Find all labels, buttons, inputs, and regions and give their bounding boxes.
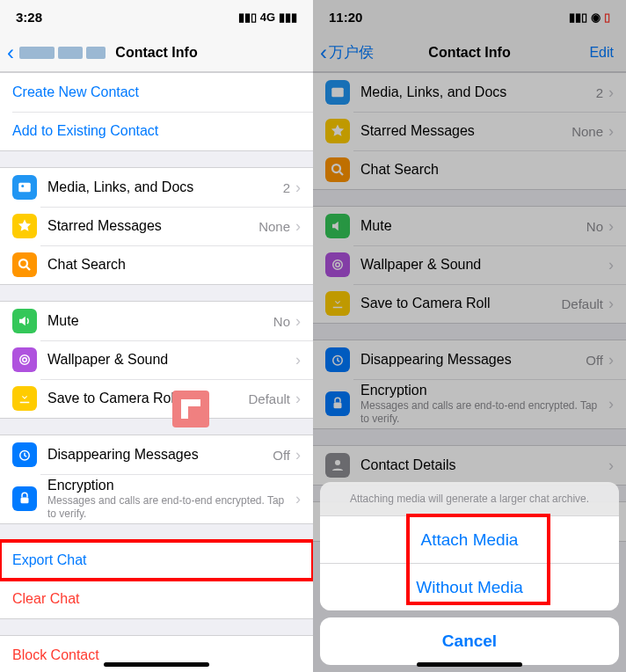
group-chat-actions: Export Chat Clear Chat bbox=[0, 540, 313, 619]
cancel-button[interactable]: Cancel bbox=[320, 617, 619, 665]
group-security: Disappearing Messages Off › EncryptionMe… bbox=[0, 435, 313, 524]
photos-icon bbox=[12, 175, 37, 200]
label: Wallpaper & Sound bbox=[360, 257, 608, 273]
chevron-right-icon: › bbox=[295, 390, 301, 408]
chevron-left-icon: ‹ bbox=[320, 40, 327, 65]
group-actions: Create New Contact Add to Existing Conta… bbox=[0, 72, 313, 151]
svg-point-4 bbox=[23, 358, 27, 362]
label: Mute bbox=[47, 313, 273, 329]
content-scroll: Create New Contact Add to Existing Conta… bbox=[0, 72, 313, 672]
lock-icon bbox=[325, 391, 350, 416]
label: Starred Messages bbox=[360, 123, 571, 139]
subtitle: Messages and calls are end-to-end encryp… bbox=[47, 494, 295, 520]
edit-button[interactable]: Edit bbox=[589, 45, 614, 61]
media-links-docs-row[interactable]: Media, Links, and Docs 2 › bbox=[313, 73, 626, 112]
create-contact-row[interactable]: Create New Contact bbox=[0, 73, 313, 112]
value: 2 bbox=[596, 85, 603, 100]
mute-row[interactable]: Mute No › bbox=[0, 302, 313, 340]
clear-chat-row[interactable]: Clear Chat bbox=[0, 580, 313, 618]
chevron-right-icon: › bbox=[295, 490, 301, 508]
subtitle: Messages and calls are end-to-end encryp… bbox=[360, 399, 608, 425]
disappearing-messages-row[interactable]: Disappearing Messages Off › bbox=[0, 435, 313, 474]
chevron-right-icon: › bbox=[295, 217, 301, 236]
disappearing-messages-row[interactable]: Disappearing Messages Off › bbox=[313, 340, 626, 379]
status-bar: 11:20 ▮▮▯ ◉ ▯ bbox=[313, 0, 626, 33]
search-icon bbox=[325, 157, 350, 182]
svg-line-3 bbox=[26, 267, 30, 270]
svg-line-10 bbox=[339, 172, 343, 175]
group-settings: Mute No › Wallpaper & Sound › Save to Ca… bbox=[0, 301, 313, 419]
group-contact: Contact Details › bbox=[313, 445, 626, 486]
phone-right: 11:20 ▮▮▯ ◉ ▯ ‹ 万户侯 Contact Info Edit Me… bbox=[313, 0, 626, 672]
chevron-right-icon: › bbox=[295, 351, 301, 369]
chevron-right-icon: › bbox=[295, 179, 301, 197]
network-label: 4G bbox=[260, 11, 275, 24]
save-camera-roll-row[interactable]: Save to Camera Roll Default › bbox=[0, 379, 313, 418]
wallpaper-icon bbox=[12, 347, 37, 372]
chat-search-row[interactable]: Chat Search bbox=[313, 150, 626, 189]
label: Export Chat bbox=[12, 552, 301, 568]
status-time: 11:20 bbox=[329, 10, 362, 25]
label: Clear Chat bbox=[12, 591, 301, 607]
export-chat-row[interactable]: Export Chat bbox=[0, 541, 313, 580]
chat-search-row[interactable]: Chat Search bbox=[0, 245, 313, 284]
label: Wallpaper & Sound bbox=[47, 352, 295, 368]
svg-point-1 bbox=[21, 185, 24, 187]
speaker-icon bbox=[12, 309, 37, 333]
contact-details-row[interactable]: Contact Details › bbox=[313, 446, 626, 485]
star-icon bbox=[325, 119, 350, 143]
value: None bbox=[258, 219, 290, 234]
redacted-name bbox=[19, 47, 106, 59]
back-button[interactable]: ‹ bbox=[0, 40, 106, 65]
signal-icon: ▮▮▯ bbox=[238, 11, 257, 24]
back-label: 万户侯 bbox=[329, 42, 374, 62]
label: EncryptionMessages and calls are end-to-… bbox=[47, 478, 295, 520]
svg-point-15 bbox=[335, 460, 340, 465]
title: Encryption bbox=[47, 478, 114, 493]
nav-bar: ‹ Contact Info bbox=[0, 33, 313, 72]
svg-point-9 bbox=[332, 164, 340, 172]
mute-row[interactable]: Mute No › bbox=[313, 207, 626, 245]
label: Starred Messages bbox=[47, 218, 258, 234]
battery-icon: ▯ bbox=[604, 11, 610, 24]
value: Off bbox=[273, 448, 290, 463]
status-time: 3:28 bbox=[16, 10, 42, 25]
value: 2 bbox=[283, 180, 290, 195]
svg-rect-7 bbox=[21, 498, 29, 504]
label: EncryptionMessages and calls are end-to-… bbox=[360, 383, 608, 425]
save-camera-roll-row[interactable]: Save to Camera Roll Default › bbox=[313, 284, 626, 323]
label: Media, Links, and Docs bbox=[47, 179, 283, 195]
starred-messages-row[interactable]: Starred Messages None › bbox=[0, 207, 313, 245]
sheet-body: Attaching media will generate a larger c… bbox=[320, 482, 619, 610]
back-button[interactable]: ‹ 万户侯 bbox=[313, 40, 374, 65]
chevron-right-icon: › bbox=[295, 446, 301, 464]
group-security: Disappearing Messages Off › EncryptionMe… bbox=[313, 340, 626, 429]
label: Save to Camera Roll bbox=[47, 391, 248, 406]
encryption-row[interactable]: EncryptionMessages and calls are end-to-… bbox=[0, 474, 313, 523]
chevron-right-icon: › bbox=[608, 395, 614, 413]
chevron-right-icon: › bbox=[608, 84, 614, 102]
chevron-right-icon: › bbox=[608, 122, 614, 141]
label: Contact Details bbox=[360, 457, 608, 473]
group-media: Media, Links, and Docs 2 › Starred Messa… bbox=[0, 167, 313, 285]
wallpaper-sound-row[interactable]: Wallpaper & Sound › bbox=[0, 340, 313, 379]
media-links-docs-row[interactable]: Media, Links, and Docs 2 › bbox=[0, 168, 313, 207]
title: Encryption bbox=[360, 383, 427, 398]
chevron-right-icon: › bbox=[608, 295, 614, 313]
starred-messages-row[interactable]: Starred Messages None › bbox=[313, 112, 626, 150]
contact-icon bbox=[325, 453, 350, 478]
home-indicator bbox=[417, 662, 522, 667]
action-sheet: Attaching media will generate a larger c… bbox=[320, 482, 619, 665]
attach-media-button[interactable]: Attach Media bbox=[320, 515, 619, 563]
svg-rect-0 bbox=[18, 183, 31, 193]
encryption-row[interactable]: EncryptionMessages and calls are end-to-… bbox=[313, 379, 626, 428]
lock-icon bbox=[12, 486, 37, 511]
chevron-right-icon: › bbox=[608, 457, 614, 475]
label: Save to Camera Roll bbox=[360, 296, 561, 311]
chevron-right-icon: › bbox=[608, 217, 614, 236]
home-indicator bbox=[104, 662, 209, 667]
wallpaper-sound-row[interactable]: Wallpaper & Sound › bbox=[313, 245, 626, 284]
without-media-button[interactable]: Without Media bbox=[320, 563, 619, 610]
add-existing-contact-row[interactable]: Add to Existing Contact bbox=[0, 112, 313, 150]
value: No bbox=[273, 314, 290, 329]
